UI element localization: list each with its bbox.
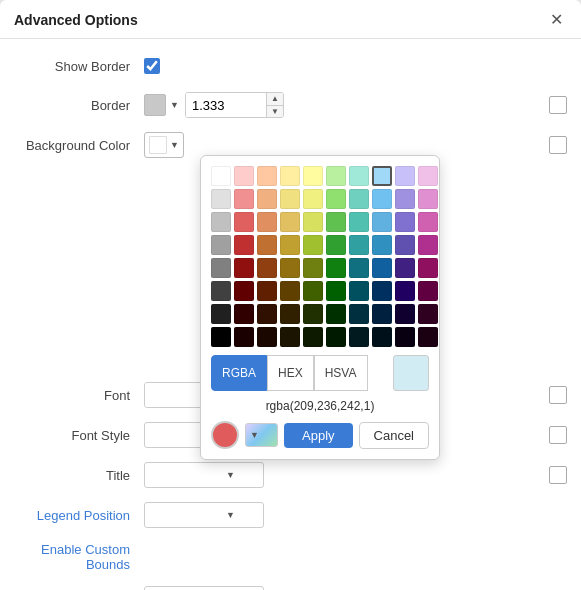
title-right-checkbox[interactable]	[549, 466, 567, 484]
color-cell[interactable]	[280, 327, 300, 347]
color-cell[interactable]	[303, 235, 323, 255]
gradient-swatch-btn[interactable]: ▼	[245, 423, 278, 447]
color-cell[interactable]	[211, 235, 231, 255]
color-cell[interactable]	[303, 189, 323, 209]
color-cell[interactable]	[372, 235, 392, 255]
border-color-swatch[interactable]	[144, 94, 166, 116]
color-cell[interactable]	[418, 235, 438, 255]
color-cell[interactable]	[211, 212, 231, 232]
color-cell[interactable]	[211, 258, 231, 278]
color-cell[interactable]	[349, 304, 369, 324]
color-cell[interactable]	[349, 235, 369, 255]
color-cell[interactable]	[326, 304, 346, 324]
color-cell[interactable]	[211, 281, 231, 301]
color-cell[interactable]	[349, 327, 369, 347]
color-cell[interactable]	[211, 327, 231, 347]
border-spin-up[interactable]: ▲	[267, 93, 283, 106]
font-right-checkbox[interactable]	[549, 386, 567, 404]
color-cell[interactable]	[326, 258, 346, 278]
color-cell[interactable]	[395, 327, 415, 347]
color-cell[interactable]	[372, 281, 392, 301]
show-border-checkbox[interactable]	[144, 58, 160, 74]
color-cell[interactable]	[395, 189, 415, 209]
bg-color-right-checkbox[interactable]	[549, 136, 567, 154]
bg-color-swatch-btn[interactable]: ▼	[144, 132, 184, 158]
color-cell[interactable]	[257, 166, 277, 186]
color-cell[interactable]	[280, 281, 300, 301]
color-cell[interactable]	[418, 212, 438, 232]
color-cell[interactable]	[303, 212, 323, 232]
color-cell[interactable]	[257, 189, 277, 209]
color-cell[interactable]	[303, 166, 323, 186]
color-cell[interactable]	[326, 212, 346, 232]
color-cell[interactable]	[372, 212, 392, 232]
color-cell[interactable]	[395, 281, 415, 301]
color-cell[interactable]	[257, 212, 277, 232]
color-cell[interactable]	[372, 258, 392, 278]
close-button[interactable]: ✕	[546, 10, 567, 30]
cancel-button[interactable]: Cancel	[359, 422, 429, 449]
color-cell[interactable]	[257, 258, 277, 278]
color-cell[interactable]	[280, 189, 300, 209]
color-cell[interactable]	[349, 212, 369, 232]
color-cell[interactable]	[326, 235, 346, 255]
color-cell[interactable]	[349, 189, 369, 209]
color-cell[interactable]	[234, 258, 254, 278]
color-cell[interactable]	[372, 304, 392, 324]
color-cell[interactable]	[234, 212, 254, 232]
color-cell[interactable]	[372, 166, 392, 186]
tab-rgba[interactable]: RGBA	[211, 355, 267, 391]
color-cell[interactable]	[280, 304, 300, 324]
color-cell[interactable]	[280, 212, 300, 232]
color-cell[interactable]	[395, 304, 415, 324]
color-cell[interactable]	[395, 212, 415, 232]
color-cell[interactable]	[326, 327, 346, 347]
apply-button[interactable]: Apply	[284, 423, 353, 448]
color-cell[interactable]	[326, 281, 346, 301]
color-cell[interactable]	[395, 258, 415, 278]
color-cell[interactable]	[418, 281, 438, 301]
color-cell[interactable]	[349, 281, 369, 301]
border-spin-down[interactable]: ▼	[267, 106, 283, 118]
color-cell[interactable]	[280, 166, 300, 186]
color-cell[interactable]	[234, 189, 254, 209]
color-cell[interactable]	[418, 189, 438, 209]
border-value-input[interactable]	[186, 93, 266, 117]
color-cell[interactable]	[326, 166, 346, 186]
color-cell[interactable]	[418, 327, 438, 347]
color-cell[interactable]	[418, 304, 438, 324]
color-cell[interactable]	[303, 281, 323, 301]
color-cell[interactable]	[372, 327, 392, 347]
color-cell[interactable]	[418, 258, 438, 278]
color-cell[interactable]	[234, 304, 254, 324]
font-style-right-checkbox[interactable]	[549, 426, 567, 444]
color-cell[interactable]	[326, 189, 346, 209]
color-cell[interactable]	[257, 235, 277, 255]
color-cell[interactable]	[234, 235, 254, 255]
title-select[interactable]: ▼	[144, 462, 264, 488]
color-cell[interactable]	[257, 304, 277, 324]
color-cell[interactable]	[234, 166, 254, 186]
color-cell[interactable]	[257, 327, 277, 347]
swatch-circle-btn[interactable]	[211, 421, 239, 449]
legend-position-select[interactable]: ▼	[144, 502, 264, 528]
choose-series-select[interactable]: ▼	[144, 586, 264, 590]
color-cell[interactable]	[303, 258, 323, 278]
tab-hex[interactable]: HEX	[267, 355, 314, 391]
color-cell[interactable]	[211, 166, 231, 186]
color-cell[interactable]	[418, 166, 438, 186]
color-cell[interactable]	[349, 258, 369, 278]
color-cell[interactable]	[234, 327, 254, 347]
border-right-checkbox[interactable]	[549, 96, 567, 114]
color-cell[interactable]	[257, 281, 277, 301]
color-cell[interactable]	[303, 327, 323, 347]
color-cell[interactable]	[211, 304, 231, 324]
color-cell[interactable]	[280, 258, 300, 278]
color-cell[interactable]	[280, 235, 300, 255]
color-cell[interactable]	[234, 281, 254, 301]
color-cell[interactable]	[349, 166, 369, 186]
color-cell[interactable]	[303, 304, 323, 324]
color-cell[interactable]	[395, 235, 415, 255]
tab-hsva[interactable]: HSVA	[314, 355, 368, 391]
color-cell[interactable]	[372, 189, 392, 209]
